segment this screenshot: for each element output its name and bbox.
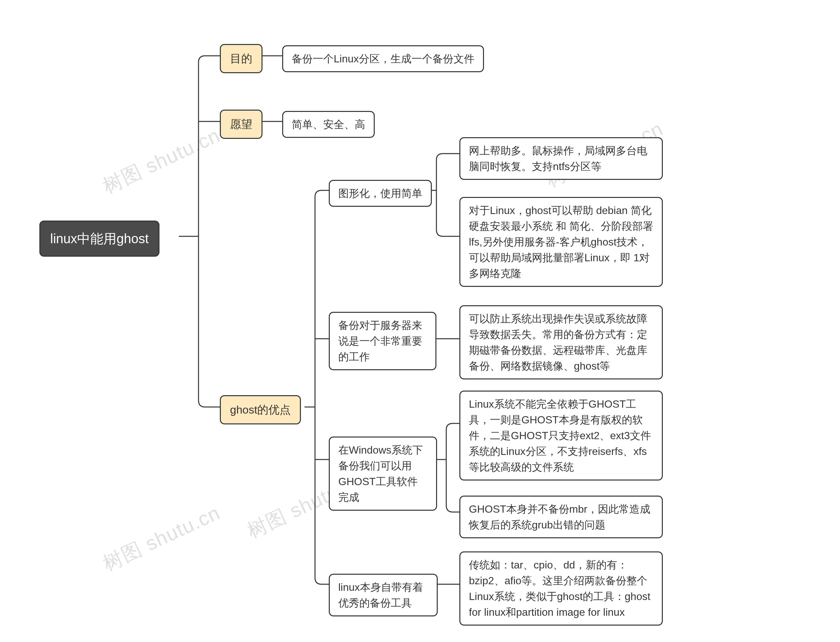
root-node[interactable]: linux中能用ghost (39, 220, 159, 257)
node-windows-ghost[interactable]: 在Windows系统下备份我们可以用GHOST工具软件完成 (329, 436, 437, 511)
watermark: 树图 shutu.cn (99, 122, 225, 199)
leaf-windows-ghost-2: GHOST本身并不备份mbr，因此常造成恢复后的系统grub出错的问题 (460, 496, 663, 538)
watermark: 树图 shutu.cn (99, 499, 225, 577)
leaf-purpose-detail: 备份一个Linux分区，生成一个备份文件 (282, 45, 484, 72)
leaf-windows-ghost-1: Linux系统不能完全依赖于GHOST工具，一则是GHOST本身是有版权的软件，… (460, 391, 663, 480)
node-graphical[interactable]: 图形化，使用简单 (329, 180, 432, 207)
branch-ghost-advantage[interactable]: ghost的优点 (220, 395, 301, 425)
leaf-wish-detail: 简单、安全、高 (282, 111, 375, 138)
node-linux-builtin[interactable]: linux本身自带有着优秀的备份工具 (329, 574, 438, 616)
leaf-graphical-2: 对于Linux，ghost可以帮助 debian 简化硬盘安装最小系统 和 简化… (460, 197, 663, 287)
leaf-backup-important-1: 可以防止系统出现操作失误或系统故障导致数据丢失。常用的备份方式有：定期磁带备份数… (460, 305, 663, 379)
leaf-graphical-1: 网上帮助多。鼠标操作，局域网多台电脑同时恢复。支持ntfs分区等 (460, 137, 663, 180)
node-backup-important[interactable]: 备份对于服务器来说是一个非常重要的工作 (329, 312, 436, 370)
branch-purpose[interactable]: 目的 (220, 44, 262, 73)
branch-wish[interactable]: 愿望 (220, 110, 262, 139)
leaf-linux-builtin-1: 传统如：tar、cpio、dd，新的有：bzip2、afio等。这里介绍两款备份… (460, 551, 663, 626)
